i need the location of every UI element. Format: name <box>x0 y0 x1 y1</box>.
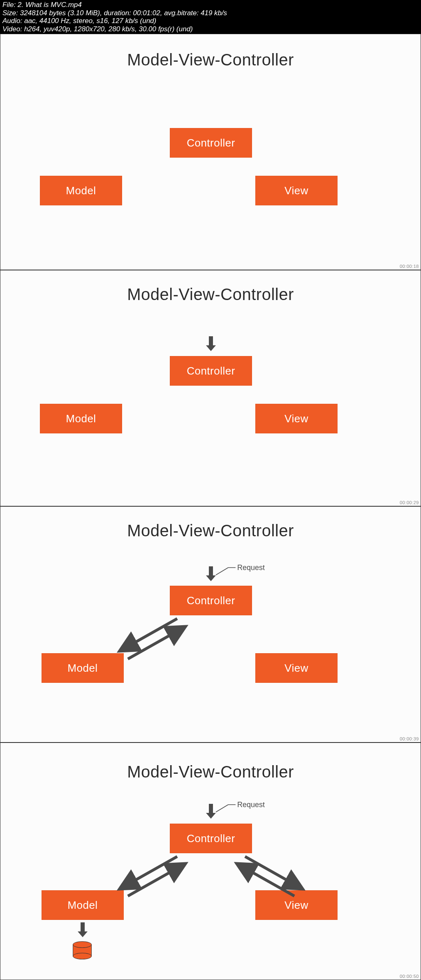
file-line: File: 2. What is MVC.mp4 <box>2 1 419 9</box>
frame-3: Model-View-Controller Request Controller… <box>0 506 421 743</box>
video-value: h264, yuv420p, 1280x720, 280 kb/s, 30.00… <box>24 25 193 33</box>
controller-box: Controller <box>170 128 252 158</box>
file-name: 2. What is MVC.mp4 <box>18 1 82 9</box>
view-label: View <box>285 412 308 425</box>
frame-1: Model-View-Controller Controller Model V… <box>0 34 421 270</box>
diagram-arrows-icon <box>0 743 421 980</box>
frame-2: Model-View-Controller Controller Model V… <box>0 270 421 506</box>
audio-label: Audio: <box>2 17 22 25</box>
audio-value: aac, 44100 Hz, stereo, s16, 127 kb/s (un… <box>24 17 156 25</box>
model-box: Model <box>40 176 122 205</box>
model-label: Model <box>66 184 96 197</box>
timestamp: 00:00:18 <box>400 264 419 269</box>
video-label: Video: <box>2 25 22 33</box>
slide-title: Model-View-Controller <box>0 285 421 304</box>
request-arrow-icon <box>206 336 216 352</box>
model-box: Model <box>40 404 122 433</box>
controller-label: Controller <box>187 137 235 149</box>
slide-title: Model-View-Controller <box>0 51 421 69</box>
database-icon <box>73 941 92 959</box>
controller-model-arrows-icon <box>0 507 421 743</box>
view-label: View <box>285 184 308 197</box>
timestamp: 00:00:50 <box>400 974 419 979</box>
frame-4: Model-View-Controller Request Controller… <box>0 743 421 980</box>
size-line: Size: 3248104 bytes (3.10 MiB), duration… <box>2 9 419 17</box>
model-db-arrow-icon <box>78 922 88 938</box>
audio-line: Audio: aac, 44100 Hz, stereo, s16, 127 k… <box>2 17 419 25</box>
controller-box: Controller <box>170 356 252 386</box>
view-box: View <box>255 176 338 205</box>
media-info-header: File: 2. What is MVC.mp4 Size: 3248104 b… <box>0 0 421 34</box>
view-box: View <box>255 404 338 433</box>
timestamp: 00:00:39 <box>400 736 419 741</box>
file-label: File: <box>2 1 16 9</box>
controller-label: Controller <box>187 365 235 377</box>
timestamp: 00:00:29 <box>400 500 419 505</box>
size-value: 3248104 bytes (3.10 MiB), duration: 00:0… <box>20 9 227 17</box>
model-label: Model <box>66 412 96 425</box>
video-line: Video: h264, yuv420p, 1280x720, 280 kb/s… <box>2 25 419 33</box>
size-label: Size: <box>2 9 18 17</box>
